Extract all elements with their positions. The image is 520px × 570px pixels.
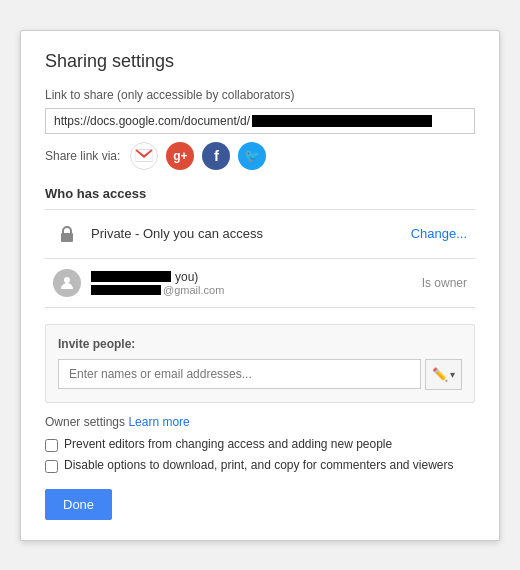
user-name-redacted — [91, 271, 171, 282]
access-type-row: Private - Only you can access Change... — [45, 209, 475, 259]
invite-input[interactable] — [58, 359, 421, 389]
done-button[interactable]: Done — [45, 489, 112, 520]
facebook-share-button[interactable]: f — [202, 142, 230, 170]
user-avatar — [53, 269, 81, 297]
invite-section: Invite people: ✏️ ▾ — [45, 324, 475, 403]
twitter-share-button[interactable]: 🐦 — [238, 142, 266, 170]
svg-point-2 — [64, 277, 70, 283]
disable-download-label: Disable options to download, print, and … — [64, 458, 454, 472]
share-via-label: Share link via: — [45, 149, 120, 163]
svg-rect-1 — [61, 233, 73, 242]
tw-icon-label: 🐦 — [244, 148, 260, 163]
dropdown-arrow-icon: ▾ — [450, 369, 455, 380]
checkbox-row-2: Disable options to download, print, and … — [45, 458, 475, 473]
dialog-title: Sharing settings — [45, 51, 475, 72]
learn-more-link[interactable]: Learn more — [128, 415, 189, 429]
prevent-editors-label: Prevent editors from changing access and… — [64, 437, 392, 451]
link-section-label: Link to share (only accessible by collab… — [45, 88, 475, 102]
gmail-share-button[interactable] — [130, 142, 158, 170]
gplus-share-button[interactable]: g+ — [166, 142, 194, 170]
user-row: you) @gmail.com Is owner — [45, 259, 475, 308]
disable-download-checkbox[interactable] — [45, 460, 58, 473]
link-box: https://docs.google.com/document/d/ — [45, 108, 475, 134]
owner-settings-row: Owner settings Learn more — [45, 415, 475, 429]
link-redacted — [252, 115, 432, 127]
invite-input-row: ✏️ ▾ — [58, 359, 462, 390]
sharing-settings-dialog: Sharing settings Link to share (only acc… — [20, 30, 500, 541]
fb-icon-label: f — [214, 147, 219, 164]
owner-settings-label: Owner settings — [45, 415, 125, 429]
prevent-editors-checkbox[interactable] — [45, 439, 58, 452]
user-name: you) — [91, 270, 422, 284]
user-info: you) @gmail.com — [91, 270, 422, 296]
share-via-row: Share link via: g+ f 🐦 — [45, 142, 475, 170]
invite-label: Invite people: — [58, 337, 462, 351]
access-type-text: Private - Only you can access — [91, 226, 411, 241]
link-text: https://docs.google.com/document/d/ — [54, 114, 466, 128]
owner-badge: Is owner — [422, 276, 467, 290]
lock-icon — [53, 220, 81, 248]
user-name-suffix: you) — [175, 270, 198, 284]
who-access-label: Who has access — [45, 186, 475, 201]
user-email: @gmail.com — [91, 284, 422, 296]
invite-role-button[interactable]: ✏️ ▾ — [425, 359, 462, 390]
pencil-icon: ✏️ — [432, 367, 448, 382]
change-link[interactable]: Change... — [411, 226, 467, 241]
checkbox-row-1: Prevent editors from changing access and… — [45, 437, 475, 452]
gplus-icon-label: g+ — [173, 149, 187, 163]
user-email-suffix: @gmail.com — [163, 284, 224, 296]
user-email-redacted — [91, 285, 161, 295]
